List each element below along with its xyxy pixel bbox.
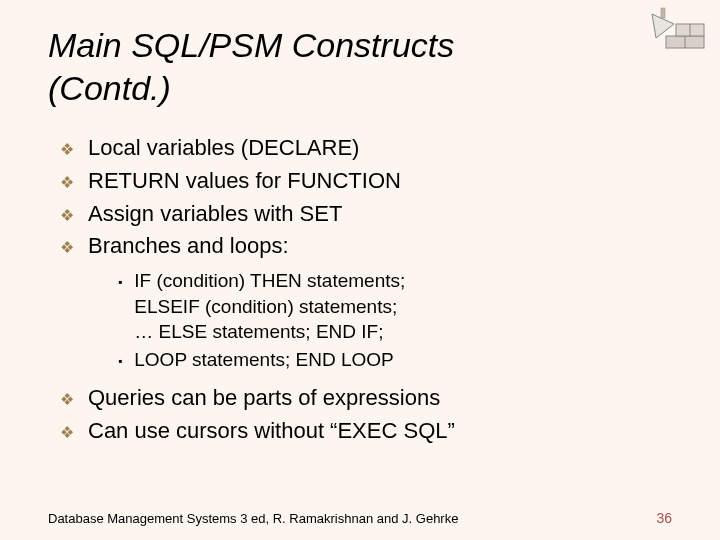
bullet-text: Queries can be parts of expressions: [88, 383, 440, 414]
bullet-item: ❖ Queries can be parts of expressions: [60, 383, 672, 414]
bullet-item: ❖ RETURN values for FUNCTION: [60, 166, 672, 197]
sub-bullet-list: ▪ IF (condition) THEN statements; ELSEIF…: [48, 268, 672, 373]
brick-trowel-graphic: [646, 6, 710, 62]
bullet-text: Assign variables with SET: [88, 199, 342, 230]
bullet-item: ❖ Assign variables with SET: [60, 199, 672, 230]
diamond-bullet-icon: ❖: [60, 139, 74, 161]
sub-bullet-item: ▪ IF (condition) THEN statements; ELSEIF…: [118, 268, 672, 345]
slide-title: Main SQL/PSM Constructs (Contd.): [48, 24, 672, 109]
title-line-2: (Contd.): [48, 69, 171, 107]
bullet-text: Branches and loops:: [88, 231, 289, 262]
diamond-bullet-icon: ❖: [60, 422, 74, 444]
sub-bullet-item: ▪ LOOP statements; END LOOP: [118, 347, 672, 373]
diamond-bullet-icon: ❖: [60, 237, 74, 259]
diamond-bullet-icon: ❖: [60, 389, 74, 411]
square-bullet-icon: ▪: [118, 274, 122, 290]
title-line-1: Main SQL/PSM Constructs: [48, 26, 454, 64]
bullet-text: Can use cursors without “EXEC SQL”: [88, 416, 455, 447]
svg-rect-5: [661, 8, 665, 18]
bullet-text: RETURN values for FUNCTION: [88, 166, 401, 197]
sub-bullet-text: IF (condition) THEN statements; ELSEIF (…: [134, 268, 405, 345]
bullet-text: Local variables (DECLARE): [88, 133, 359, 164]
footer-text: Database Management Systems 3 ed, R. Ram…: [48, 511, 458, 526]
bullet-item: ❖ Branches and loops:: [60, 231, 672, 262]
slide-content: Main SQL/PSM Constructs (Contd.) ❖ Local…: [0, 0, 720, 446]
sub-line: … ELSE statements; END IF;: [134, 319, 405, 345]
square-bullet-icon: ▪: [118, 353, 122, 369]
diamond-bullet-icon: ❖: [60, 205, 74, 227]
slide-footer: Database Management Systems 3 ed, R. Ram…: [48, 510, 672, 526]
diamond-bullet-icon: ❖: [60, 172, 74, 194]
main-bullet-list-continued: ❖ Queries can be parts of expressions ❖ …: [48, 383, 672, 447]
bullet-item: ❖ Local variables (DECLARE): [60, 133, 672, 164]
main-bullet-list: ❖ Local variables (DECLARE) ❖ RETURN val…: [48, 133, 672, 262]
sub-bullet-text: LOOP statements; END LOOP: [134, 347, 393, 373]
page-number: 36: [656, 510, 672, 526]
sub-line: IF (condition) THEN statements;: [134, 268, 405, 294]
bullet-item: ❖ Can use cursors without “EXEC SQL”: [60, 416, 672, 447]
sub-line: ELSEIF (condition) statements;: [134, 294, 405, 320]
